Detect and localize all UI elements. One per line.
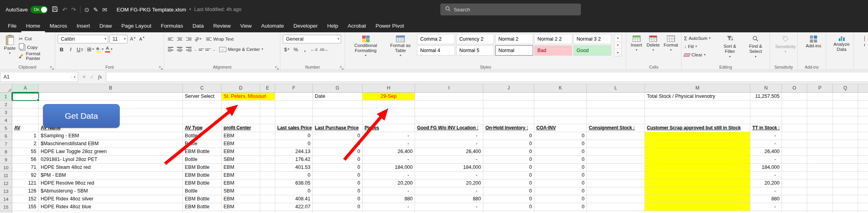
- gallery-more-icon[interactable]: ▾: [614, 49, 621, 56]
- cell-O12[interactable]: [782, 179, 807, 187]
- column-header-R[interactable]: R: [858, 84, 868, 93]
- cell-C12[interactable]: EBM Bottle: [183, 179, 222, 187]
- cell-A11[interactable]: 92: [12, 172, 39, 179]
- percent-style-button[interactable]: %: [292, 45, 300, 54]
- column-header-L[interactable]: L: [587, 84, 645, 93]
- column-header-D[interactable]: D: [222, 84, 260, 93]
- cell-E11[interactable]: [260, 172, 275, 179]
- cell-J11[interactable]: 0: [483, 172, 534, 179]
- cell-L12[interactable]: [587, 179, 645, 187]
- cell-C6[interactable]: Bottle: [183, 132, 222, 140]
- cell-J9[interactable]: 0: [483, 156, 534, 164]
- increase-font-size-button[interactable]: A▴: [129, 35, 137, 43]
- cell-Q7[interactable]: [833, 140, 858, 148]
- bold-button[interactable]: B: [58, 45, 66, 54]
- select-all-corner[interactable]: [0, 84, 12, 93]
- font-color-button[interactable]: A ▾: [105, 45, 113, 54]
- cell-H5[interactable]: Pieces: [363, 124, 415, 132]
- row-header-16[interactable]: 16: [0, 211, 12, 213]
- row-header-1[interactable]: 1: [0, 93, 12, 101]
- cell-D3[interactable]: [222, 108, 260, 116]
- cell-C15[interactable]: EBM Bottle: [183, 203, 222, 211]
- cell-G15[interactable]: 0: [313, 203, 363, 211]
- cell-K6[interactable]: 0: [534, 132, 587, 140]
- cell-M12[interactable]: [645, 179, 750, 187]
- cell-L4[interactable]: [587, 116, 645, 124]
- cell-M3[interactable]: [645, 108, 750, 116]
- cell-J6[interactable]: 0: [483, 132, 534, 140]
- cell-O5[interactable]: [782, 124, 807, 132]
- cell-H10[interactable]: 184,000: [363, 164, 415, 172]
- cell-P15[interactable]: [807, 203, 833, 211]
- cell-style-normal-4[interactable]: Normal 4: [417, 45, 455, 56]
- analyze-data-button[interactable]: Analyze Data: [829, 34, 855, 54]
- menu-tab-automate[interactable]: Automate: [256, 19, 289, 32]
- cell-E6[interactable]: [260, 132, 275, 140]
- cell-A16[interactable]: [12, 211, 39, 213]
- cell-J10[interactable]: 0: [483, 164, 534, 172]
- cell-P4[interactable]: [807, 116, 833, 124]
- column-header-B[interactable]: B: [39, 84, 183, 93]
- cell-O11[interactable]: [782, 172, 807, 179]
- row-header-15[interactable]: 15: [0, 203, 12, 211]
- cell-G6[interactable]: 0: [313, 132, 363, 140]
- cell-K7[interactable]: 0: [534, 140, 587, 148]
- cell-C3[interactable]: [183, 108, 222, 116]
- align-right-button[interactable]: [185, 45, 193, 54]
- cell-E8[interactable]: [260, 148, 275, 156]
- column-header-M[interactable]: M: [645, 84, 750, 93]
- cell-Q4[interactable]: [833, 116, 858, 124]
- cell-Q14[interactable]: [833, 195, 858, 203]
- cell-I12[interactable]: 20,200: [415, 179, 483, 187]
- cell-R9[interactable]: [858, 156, 868, 164]
- cell-B14[interactable]: HDPE Ridex 48oz silver: [39, 195, 183, 203]
- cell-M2[interactable]: [645, 101, 750, 108]
- align-top-button[interactable]: [167, 35, 175, 43]
- cell-A9[interactable]: 56: [12, 156, 39, 164]
- cell-C14[interactable]: EBM Bottle: [183, 195, 222, 203]
- cell-D15[interactable]: EBM: [222, 203, 260, 211]
- cell-I8[interactable]: 26,400: [415, 148, 483, 156]
- cell-I15[interactable]: -: [415, 203, 483, 211]
- italic-button[interactable]: I: [67, 45, 75, 54]
- cell-K15[interactable]: 0: [534, 203, 587, 211]
- cell-O10[interactable]: [782, 164, 807, 172]
- row-header-4[interactable]: 4: [0, 116, 12, 124]
- cell-F12[interactable]: 638.05: [275, 179, 313, 187]
- cell-I1[interactable]: [415, 93, 483, 101]
- cell-P13[interactable]: [807, 187, 833, 195]
- cell-F15[interactable]: 422.07: [275, 203, 313, 211]
- get-data-button[interactable]: Get Data: [43, 104, 120, 128]
- cell-Q6[interactable]: [833, 132, 858, 140]
- cell-O9[interactable]: [782, 156, 807, 164]
- cell-H12[interactable]: 20,200: [363, 179, 415, 187]
- cell-A15[interactable]: 155: [12, 203, 39, 211]
- cell-A4[interactable]: [12, 116, 39, 124]
- cancel-icon[interactable]: ✕: [82, 74, 86, 80]
- cell-H6[interactable]: -: [363, 132, 415, 140]
- column-header-Q[interactable]: Q: [833, 84, 858, 93]
- column-header-O[interactable]: O: [782, 84, 807, 93]
- cell-L13[interactable]: [587, 187, 645, 195]
- cell-N16[interactable]: [750, 211, 782, 213]
- cell-R14[interactable]: [858, 195, 868, 203]
- cell-style-normal-5[interactable]: Normal 5: [456, 45, 494, 56]
- cell-M13[interactable]: [645, 187, 750, 195]
- column-header-J[interactable]: J: [483, 84, 534, 93]
- cell-J1[interactable]: [483, 93, 534, 101]
- cell-O8[interactable]: [782, 148, 807, 156]
- row-header-8[interactable]: 8: [0, 148, 12, 156]
- row-header-9[interactable]: 9: [0, 156, 12, 164]
- cell-H8[interactable]: 26,400: [363, 148, 415, 156]
- cell-Q16[interactable]: [833, 211, 858, 213]
- cell-D1[interactable]: St. Peters, Missouri: [222, 93, 260, 101]
- cell-N9[interactable]: -: [750, 156, 782, 164]
- cell-D8[interactable]: EBM: [222, 148, 260, 156]
- cell-style-normal-2[interactable]: Normal 2: [495, 34, 533, 44]
- wrap-text-button[interactable]: Wrap Text: [206, 35, 233, 43]
- mail-icon[interactable]: ✉: [102, 7, 107, 13]
- gallery-scroll-up-icon[interactable]: ▴: [614, 34, 621, 41]
- cell-B6[interactable]: $Sampling - EBM: [39, 132, 183, 140]
- addins-button[interactable]: Add-ins: [800, 34, 827, 50]
- cell-H7[interactable]: -: [363, 140, 415, 148]
